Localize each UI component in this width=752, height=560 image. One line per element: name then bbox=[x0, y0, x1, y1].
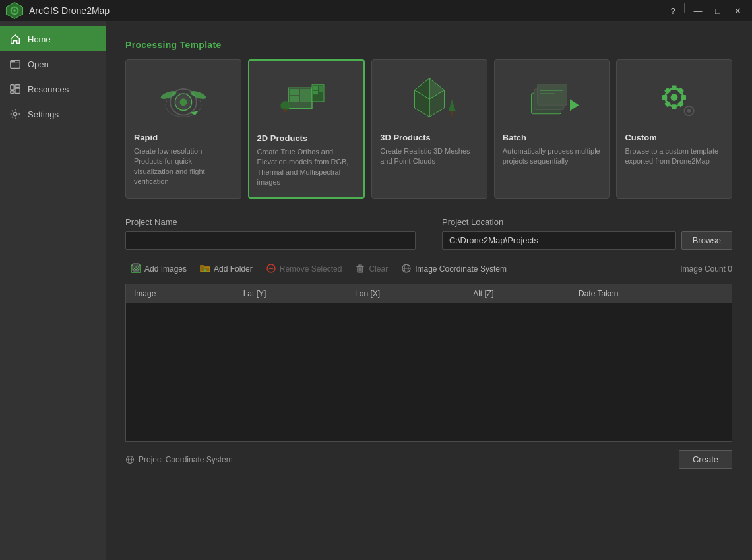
svg-rect-46 bbox=[672, 104, 677, 109]
add-folder-icon bbox=[200, 263, 210, 276]
svg-rect-27 bbox=[319, 86, 323, 92]
2d-card-desc: Create True Orthos and Elevation models … bbox=[257, 147, 356, 188]
svg-rect-51 bbox=[664, 100, 671, 107]
location-row: Browse bbox=[442, 231, 732, 250]
custom-card-title: Custom bbox=[625, 133, 724, 142]
image-table-container: Image Lat [Y] Lon [X] Alt [Z] Date Taken bbox=[125, 284, 732, 443]
project-name-input[interactable] bbox=[125, 231, 416, 250]
minimize-button[interactable]: — bbox=[689, 3, 707, 18]
project-location-field: Project Location Browse bbox=[442, 217, 732, 250]
help-button[interactable]: ? bbox=[666, 3, 680, 18]
image-table: Image Lat [Y] Lon [X] Alt [Z] Date Taken bbox=[126, 284, 732, 442]
table-empty-row bbox=[126, 303, 732, 441]
col-image: Image bbox=[126, 284, 235, 303]
main-layout: Home Open Resources Settings bbox=[0, 21, 752, 560]
svg-point-17 bbox=[179, 98, 187, 106]
sidebar-resources-label: Resources bbox=[28, 84, 69, 94]
content-area: Processing Template bbox=[106, 21, 752, 560]
svg-point-13 bbox=[13, 112, 16, 115]
sidebar-item-open[interactable]: Open bbox=[0, 51, 106, 77]
browse-button[interactable]: Browse bbox=[681, 231, 732, 250]
svg-rect-12 bbox=[15, 88, 20, 93]
batch-card-title: Batch bbox=[503, 133, 602, 142]
sidebar-item-settings[interactable]: Settings bbox=[0, 102, 106, 127]
image-toolbar: Add Images Add Folder bbox=[125, 261, 732, 278]
2d-card-title: 2D Products bbox=[257, 133, 356, 143]
image-count-label: Image Count bbox=[680, 264, 726, 274]
sidebar: Home Open Resources Settings bbox=[0, 21, 106, 560]
svg-rect-49 bbox=[664, 88, 671, 94]
clear-icon bbox=[355, 263, 365, 276]
project-name-field: Project Name bbox=[125, 217, 416, 250]
sidebar-settings-label: Settings bbox=[28, 109, 59, 119]
project-name-label: Project Name bbox=[125, 217, 416, 227]
app-title: ArcGIS Drone2Map bbox=[29, 5, 110, 16]
custom-card-image bbox=[625, 68, 724, 127]
resources-icon bbox=[9, 83, 21, 95]
svg-rect-39 bbox=[537, 84, 567, 106]
add-folder-button[interactable]: Add Folder bbox=[195, 261, 258, 278]
template-card-3d[interactable]: 3D Products Create Realistic 3D Meshes a… bbox=[371, 59, 487, 199]
svg-rect-21 bbox=[290, 89, 299, 95]
title-bar-controls: ? — □ ✕ bbox=[666, 3, 747, 18]
svg-rect-47 bbox=[662, 95, 667, 100]
template-card-2d[interactable]: 2D Products Create True Orthos and Eleva… bbox=[248, 59, 365, 199]
2d-card-image bbox=[257, 69, 356, 128]
sidebar-item-resources[interactable]: Resources bbox=[0, 77, 106, 102]
col-lon: Lon [X] bbox=[347, 284, 465, 303]
template-card-batch[interactable]: Batch Automatically process multiple pro… bbox=[494, 59, 610, 199]
svg-rect-50 bbox=[677, 88, 684, 94]
sidebar-open-label: Open bbox=[28, 59, 49, 69]
batch-card-desc: Automatically process multiple projects … bbox=[503, 146, 602, 167]
3d-card-title: 3D Products bbox=[380, 133, 479, 142]
table-header-row: Image Lat [Y] Lon [X] Alt [Z] Date Taken bbox=[126, 284, 732, 303]
rapid-card-image bbox=[134, 68, 233, 127]
custom-card-desc: Browse to a custom template exported fro… bbox=[625, 146, 724, 167]
add-folder-label: Add Folder bbox=[214, 264, 253, 274]
image-coord-icon bbox=[401, 263, 412, 276]
clear-label: Clear bbox=[369, 264, 388, 274]
image-count-value: 0 bbox=[728, 264, 732, 274]
sidebar-home-label: Home bbox=[28, 34, 51, 44]
sidebar-item-home[interactable]: Home bbox=[0, 26, 106, 51]
project-location-input[interactable] bbox=[442, 231, 676, 250]
image-coordinate-system-button[interactable]: Image Coordinate System bbox=[396, 261, 512, 278]
svg-rect-23 bbox=[300, 89, 311, 102]
3d-card-image bbox=[380, 68, 479, 127]
rapid-illustration bbox=[154, 71, 213, 124]
maximize-button[interactable]: □ bbox=[708, 3, 727, 18]
sep bbox=[684, 3, 685, 13]
image-count: Image Count 0 bbox=[680, 264, 732, 274]
remove-selected-button[interactable]: Remove Selected bbox=[261, 261, 348, 278]
svg-point-44 bbox=[671, 94, 678, 101]
svg-point-54 bbox=[687, 109, 691, 113]
3d-card-desc: Create Realistic 3D Meshes and Point Clo… bbox=[380, 146, 479, 167]
footer-bar: Project Coordinate System Create bbox=[125, 450, 732, 469]
svg-rect-10 bbox=[11, 91, 14, 94]
svg-rect-52 bbox=[677, 100, 684, 107]
footer-left: Project Coordinate System bbox=[125, 455, 233, 464]
settings-icon bbox=[9, 108, 21, 120]
clear-button[interactable]: Clear bbox=[350, 261, 393, 278]
svg-rect-26 bbox=[313, 91, 318, 94]
col-date: Date Taken bbox=[571, 284, 732, 303]
svg-marker-40 bbox=[570, 99, 579, 111]
template-card-rapid[interactable]: Rapid Create low resolution Products for… bbox=[125, 59, 241, 199]
remove-selected-icon bbox=[266, 263, 276, 276]
template-card-custom[interactable]: Custom Browse to a custom template expor… bbox=[616, 59, 732, 199]
svg-rect-7 bbox=[11, 61, 15, 63]
batch-card-image bbox=[503, 68, 602, 127]
coord-system-icon bbox=[125, 455, 135, 464]
project-location-label: Project Location bbox=[442, 217, 732, 227]
svg-rect-29 bbox=[284, 109, 287, 112]
create-button[interactable]: Create bbox=[679, 450, 732, 469]
3d-illustration bbox=[400, 71, 459, 124]
close-button[interactable]: ✕ bbox=[728, 3, 747, 18]
batch-illustration bbox=[522, 71, 582, 124]
title-bar-left: ArcGIS Drone2Map bbox=[5, 1, 110, 20]
add-images-button[interactable]: Add Images bbox=[125, 261, 192, 278]
svg-marker-35 bbox=[449, 99, 456, 111]
col-lat: Lat [Y] bbox=[235, 284, 347, 303]
open-icon bbox=[9, 58, 21, 70]
add-images-label: Add Images bbox=[144, 264, 187, 274]
